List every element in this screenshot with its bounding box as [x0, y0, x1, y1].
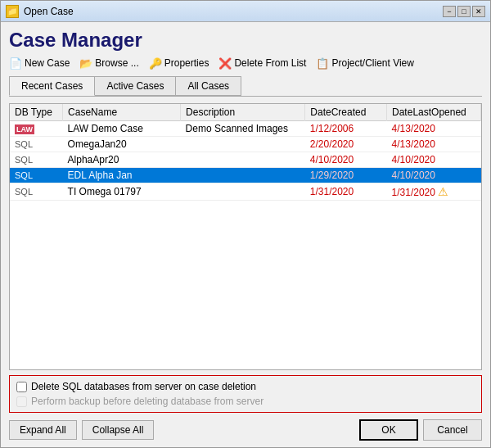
backup-checkbox[interactable] — [16, 396, 27, 407]
title-bar-left: 📁 Open Case — [6, 5, 74, 18]
cell-case-name: EDL Alpha Jan — [63, 168, 181, 183]
browse-icon: 📂 — [79, 57, 92, 70]
warning-icon: ⚠ — [438, 185, 448, 198]
button-bar-left: Expand All Collapse All — [9, 420, 154, 440]
cell-description — [181, 152, 305, 168]
button-bar: Expand All Collapse All OK Cancel — [9, 419, 482, 441]
tab-active-cases[interactable]: Active Cases — [94, 76, 176, 96]
toolbar-new-case-label: New Case — [25, 57, 70, 69]
col-header-case-name: CaseName — [63, 104, 181, 121]
title-bar-buttons: − □ ✕ — [443, 6, 485, 17]
properties-icon: 🔑 — [149, 57, 162, 70]
col-header-date-created: DateCreated — [305, 104, 387, 121]
table-header-row: DB Type CaseName Description DateCreated… — [10, 104, 481, 121]
bottom-section: Delete SQL databases from server on case… — [9, 375, 482, 441]
cell-date-last-opened: 4/13/2020 — [387, 137, 481, 152]
main-window: 📁 Open Case − □ ✕ Case Manager 📄 New Cas… — [0, 0, 491, 448]
toolbar: 📄 New Case 📂 Browse ... 🔑 Properties ❌ D… — [9, 57, 482, 70]
table-row[interactable]: SQLTI Omega 017971/31/20201/31/2020 ⚠ — [10, 183, 481, 201]
cell-case-name: LAW Demo Case — [63, 121, 181, 137]
cell-db-type: SQL — [10, 183, 63, 201]
col-header-date-last-opened: DateLastOpened — [387, 104, 481, 121]
toolbar-properties-label: Properties — [164, 57, 209, 69]
backup-label: Perform backup before deleting database … — [31, 396, 264, 407]
cell-date-last-opened: 1/31/2020 ⚠ — [387, 183, 481, 201]
table-row[interactable]: SQLAlphaApr204/10/20204/10/2020 — [10, 152, 481, 168]
tab-all-cases[interactable]: All Cases — [175, 76, 241, 96]
tab-recent-cases[interactable]: Recent Cases — [9, 76, 95, 96]
delete-sql-row: Delete SQL databases from server on case… — [16, 381, 475, 392]
expand-all-button[interactable]: Expand All — [9, 420, 77, 440]
checkbox-group: Delete SQL databases from server on case… — [9, 375, 482, 413]
cell-date-created: 1/12/2006 — [305, 121, 387, 137]
cell-description — [181, 183, 305, 201]
cell-case-name: OmegaJan20 — [63, 137, 181, 152]
cases-table: DB Type CaseName Description DateCreated… — [10, 104, 481, 201]
title-bar: 📁 Open Case − □ ✕ — [1, 1, 490, 22]
col-header-description: Description — [181, 104, 305, 121]
cell-case-name: TI Omega 01797 — [63, 183, 181, 201]
cell-db-type: SQL — [10, 152, 63, 168]
minimize-button[interactable]: − — [443, 6, 456, 17]
toolbar-delete[interactable]: ❌ Delete From List — [218, 57, 306, 70]
toolbar-browse-label: Browse ... — [95, 57, 138, 69]
toolbar-project-view[interactable]: 📋 Project/Client View — [316, 57, 414, 70]
cases-table-container[interactable]: DB Type CaseName Description DateCreated… — [9, 103, 482, 370]
page-title: Case Manager — [9, 29, 482, 52]
window-title: Open Case — [24, 6, 74, 17]
cancel-button[interactable]: Cancel — [423, 419, 482, 441]
cell-case-name: AlphaApr20 — [63, 152, 181, 168]
cell-date-created: 4/10/2020 — [305, 152, 387, 168]
delete-sql-label: Delete SQL databases from server on case… — [31, 381, 256, 392]
close-button[interactable]: ✕ — [472, 6, 485, 17]
button-bar-right: OK Cancel — [359, 419, 482, 441]
cell-date-last-opened: 4/10/2020 — [387, 168, 481, 183]
cell-description: Demo Scanned Images — [181, 121, 305, 137]
cell-date-last-opened: 4/13/2020 — [387, 121, 481, 137]
toolbar-new-case[interactable]: 📄 New Case — [9, 57, 70, 70]
table-row[interactable]: SQLOmegaJan202/20/20204/13/2020 — [10, 137, 481, 152]
toolbar-delete-label: Delete From List — [234, 57, 306, 69]
cell-date-created: 1/31/2020 — [305, 183, 387, 201]
content-area: Case Manager 📄 New Case 📂 Browse ... 🔑 P… — [1, 22, 490, 447]
delete-sql-checkbox[interactable] — [16, 382, 27, 392]
cell-date-last-opened: 4/10/2020 — [387, 152, 481, 168]
cell-description — [181, 137, 305, 152]
ok-button[interactable]: OK — [359, 419, 418, 441]
table-row[interactable]: SQLEDL Alpha Jan1/29/20204/10/2020 — [10, 168, 481, 183]
cell-db-type: SQL — [10, 137, 63, 152]
backup-row: Perform backup before deleting database … — [16, 396, 475, 407]
col-header-db-type: DB Type — [10, 104, 63, 121]
toolbar-properties[interactable]: 🔑 Properties — [149, 57, 209, 70]
collapse-all-button[interactable]: Collapse All — [82, 420, 155, 440]
cell-db-type: SQL — [10, 168, 63, 183]
new-case-icon: 📄 — [9, 57, 22, 70]
cell-description — [181, 168, 305, 183]
cell-date-created: 2/20/2020 — [305, 137, 387, 152]
toolbar-browse[interactable]: 📂 Browse ... — [79, 57, 138, 70]
table-row[interactable]: LAWLAW Demo CaseDemo Scanned Images1/12/… — [10, 121, 481, 137]
restore-button[interactable]: □ — [457, 6, 471, 17]
tab-bar: Recent Cases Active Cases All Cases — [9, 76, 482, 97]
delete-icon: ❌ — [218, 57, 232, 70]
window-icon: 📁 — [6, 5, 19, 18]
cell-db-type: LAW — [10, 121, 63, 137]
cell-date-created: 1/29/2020 — [305, 168, 387, 183]
toolbar-project-view-label: Project/Client View — [331, 57, 414, 69]
project-view-icon: 📋 — [316, 57, 329, 70]
